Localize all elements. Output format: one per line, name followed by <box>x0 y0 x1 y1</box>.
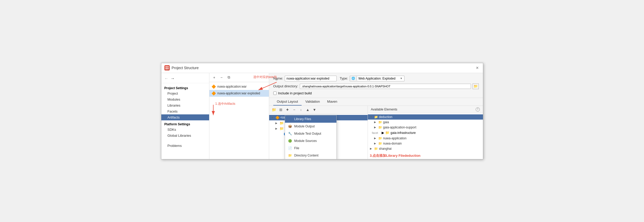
module-output-icon: 📦 <box>288 124 292 128</box>
output-dir-browse-button[interactable]: 📁 <box>473 83 479 89</box>
layout-remove-button[interactable]: − <box>291 107 297 113</box>
avail-item-gaia[interactable]: ▶ 📁 gaia <box>368 120 483 125</box>
available-tree: ▼ 📁 deduction ▶ 📁 gaia ▶ 📁 gaia-a <box>368 113 483 152</box>
sidebar-item-global-libraries[interactable]: Global Libraries <box>161 133 209 139</box>
sidebar-item-modules[interactable]: Modules <box>161 96 209 102</box>
shanghai-folder-icon: 📁 <box>374 147 378 151</box>
sidebar-item-problems[interactable]: Problems <box>161 143 209 149</box>
layout-sort-button[interactable]: ↕ <box>298 107 304 113</box>
dropdown-module-test-output[interactable]: 🔧 Module Test Output <box>285 130 336 137</box>
output-dir-input[interactable] <box>300 84 471 89</box>
avail-item-nuwa-application[interactable]: ▶ 📁 nuwa-application <box>368 136 483 141</box>
center-panel: + − ⧉ 🔶 nuwa-application:war 🔶 <box>209 73 269 159</box>
include-in-build-checkbox[interactable] <box>273 92 277 95</box>
svg-rect-2 <box>165 68 167 69</box>
avail-item-nuwa-domain[interactable]: ▶ 📁 nuwa-domain <box>368 141 483 146</box>
gaia-infrastructure-label: gaia-infrastructure <box>390 131 416 135</box>
main-content: ← → Project Settings Project Modules Lib… <box>161 73 483 159</box>
close-button[interactable]: × <box>475 65 480 71</box>
bottom-content: 📁 ⊞ + − ↕ ▲ ▼ ▼ 🔶 <output root> <box>269 106 483 159</box>
project-structure-window: Project Structure × ← → Project Settings… <box>161 63 483 159</box>
right-top: Name: Type: 🌐 Web Application: Exploded … <box>269 73 483 98</box>
sidebar-item-artifacts[interactable]: Artifacts <box>161 114 209 120</box>
artifact-war-exploded[interactable]: 🔶 nuwa-application:war exploded <box>209 90 269 97</box>
layout-grid-button[interactable]: ⊞ <box>278 107 284 113</box>
layout-folder-button[interactable]: 📁 <box>271 107 277 113</box>
sidebar: ← → Project Settings Project Modules Lib… <box>161 73 209 159</box>
annotation-artifacts: 1.选中Artifacts <box>211 102 224 119</box>
tab-validation[interactable]: Validation <box>302 98 323 106</box>
add-artifact-button[interactable]: + <box>211 75 217 80</box>
gaia-folder-icon: 📁 <box>378 120 382 124</box>
facet-expand-icon: ▶ <box>382 131 384 135</box>
annotation-step3-label: 3.点击添加Library Filededuction <box>370 154 421 158</box>
dropdown-file[interactable]: 📄 File <box>285 145 336 152</box>
tab-maven[interactable]: Maven <box>323 98 341 106</box>
file-icon: 📄 <box>288 146 292 150</box>
type-label: Type: <box>340 76 348 80</box>
forward-button[interactable]: → <box>171 76 175 81</box>
type-icon: 🌐 <box>350 76 357 81</box>
sidebar-item-project[interactable]: Project <box>161 90 209 96</box>
dropdown-library-files[interactable]: Library Files <box>285 115 336 123</box>
facet-section: facet ▶ 📁 gaia-infrastructure <box>368 130 483 136</box>
output-dir-label: Output directory: <box>273 84 298 88</box>
gaia-expand-icon: ▶ <box>374 121 377 123</box>
layout-add-button[interactable]: + <box>285 107 290 113</box>
meta-inf-icon: 📁 <box>280 121 284 125</box>
sidebar-item-facets[interactable]: Facets <box>161 108 209 114</box>
remove-artifact-button[interactable]: − <box>219 75 224 80</box>
war-exploded-icon: 🔶 <box>211 91 216 95</box>
dropdown-module-output[interactable]: 📦 Module Output <box>285 123 336 130</box>
annotation-artifacts-label: 1.选中Artifacts <box>215 102 235 106</box>
layout-up-button[interactable]: ▲ <box>305 107 311 113</box>
war-icon: 🔶 <box>211 84 216 89</box>
sidebar-item-sdks[interactable]: SDKs <box>161 127 209 133</box>
svg-rect-0 <box>165 66 167 68</box>
help-icon[interactable]: ? <box>476 107 480 112</box>
tabs-row: Output Layout Validation Maven <box>269 98 483 106</box>
avail-item-deduction[interactable]: ▼ 📁 deduction <box>368 114 483 120</box>
app-icon <box>164 65 170 70</box>
nuwa-domain-icon: 📁 <box>378 142 382 145</box>
available-elements-panel: Available Elements ? ▼ 📁 deduction ▶ 📁 <box>368 106 483 159</box>
project-settings-header: Project Settings <box>161 85 209 90</box>
add-dropdown-menu: Library Files 📦 Module Output 🔧 Module T… <box>285 115 337 159</box>
center-toolbar: + − ⧉ <box>209 73 269 82</box>
artifact-war[interactable]: 🔶 nuwa-application:war <box>209 83 269 90</box>
expand-web-inf-icon: ▶ <box>275 127 278 130</box>
nuwa-domain-expand-icon: ▶ <box>374 142 377 145</box>
available-elements-header: Available Elements ? <box>368 106 483 113</box>
type-select[interactable]: 🌐 Web Application: Exploded ▼ <box>350 76 404 81</box>
gaia-app-support-expand-icon: ▶ <box>374 126 377 129</box>
tab-output-layout[interactable]: Output Layout <box>273 98 302 106</box>
output-root-icon: 🔶 <box>275 116 280 120</box>
output-layout-panel: 📁 ⊞ + − ↕ ▲ ▼ ▼ 🔶 <output root> <box>269 106 368 159</box>
library-files-icon <box>288 117 292 121</box>
sidebar-item-libraries[interactable]: Libraries <box>161 102 209 108</box>
shanghai-expand-icon: ▶ <box>370 147 373 150</box>
type-field-group: Type: 🌐 Web Application: Exploded ▼ <box>340 76 404 81</box>
title-bar: Project Structure × <box>161 63 483 73</box>
svg-rect-8 <box>289 118 292 119</box>
name-input[interactable] <box>285 76 337 81</box>
annotation-artifacts-arrow <box>211 102 224 118</box>
expand-arrow-icon: ▼ <box>271 116 274 119</box>
directory-content-icon: 📁 <box>288 153 292 158</box>
back-button[interactable]: ← <box>164 76 169 81</box>
include-in-build-label: Include in project build <box>278 91 312 95</box>
svg-rect-10 <box>289 120 292 120</box>
avail-item-shanghai[interactable]: ▶ 📁 shanghai <box>368 146 483 151</box>
deduction-folder-icon: 📁 <box>374 115 378 119</box>
avail-item-gaia-app-support[interactable]: ▶ 📁 gaia-application-support <box>368 125 483 130</box>
deduction-expand-icon: ▼ <box>370 115 373 118</box>
dropdown-directory-content[interactable]: 📁 Directory Content <box>285 152 336 159</box>
gaia-app-support-icon: 📁 <box>378 126 382 129</box>
module-test-output-icon: 🔧 <box>288 132 292 136</box>
type-value: Web Application: Exploded <box>357 76 399 81</box>
nuwa-application-expand-icon: ▶ <box>374 137 377 140</box>
layout-down-button[interactable]: ▼ <box>312 107 317 113</box>
type-dropdown-arrow-icon[interactable]: ▼ <box>399 76 404 81</box>
dropdown-module-sources[interactable]: 🟢 Module Sources <box>285 137 336 145</box>
copy-artifact-button[interactable]: ⧉ <box>226 75 232 80</box>
